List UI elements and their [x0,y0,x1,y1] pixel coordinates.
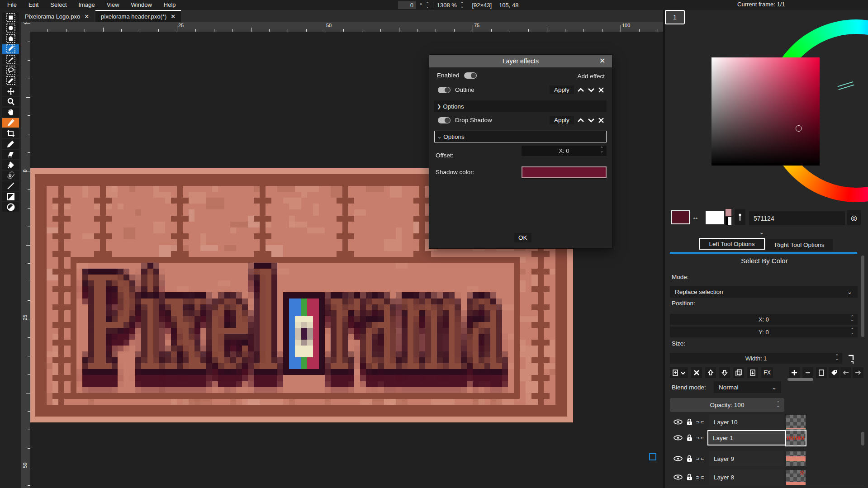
prev-frame-button[interactable] [840,367,851,378]
zoom-level[interactable]: 1308 % [437,2,457,9]
menu-item-window[interactable]: Window [126,0,157,10]
drop-shadow-move-up-icon[interactable] [577,118,584,123]
recent-color-swatch[interactable] [726,209,731,216]
tool-ellipse[interactable] [2,202,19,212]
tool-color-picker[interactable] [2,118,19,128]
menu-item-file[interactable]: File [2,0,22,10]
move-layer-up-button[interactable] [705,367,716,378]
tool-rectangle[interactable] [2,192,19,201]
right-color-swatch[interactable] [706,211,724,224]
position-y-spinbox[interactable]: Y: 0⌃⌄ [670,327,858,337]
tool-line[interactable] [2,181,19,191]
drop-shadow-delete-icon[interactable] [598,118,604,123]
menu-item-select[interactable]: Select [45,0,72,10]
link-dimensions-icon[interactable] [845,353,857,365]
layer-thumbnail[interactable] [786,431,806,445]
blend-mode-dropdown[interactable]: Normal ⌄ [714,381,781,393]
tool-lasso[interactable] [2,66,19,75]
tool-zoom[interactable] [2,97,19,106]
tool-select-by-color[interactable] [2,44,19,54]
tool-pencil[interactable] [2,139,19,149]
visibility-eye-icon[interactable] [673,435,683,441]
size-width-spinbox[interactable]: Width: 1⌃⌄ [670,353,842,364]
add-frame-button[interactable] [789,367,800,378]
tab-left-tool-options[interactable]: Left Tool Options [699,238,765,250]
color-mode-button[interactable]: ◎ [847,210,861,225]
layer-name-button[interactable]: Layer 10 [709,414,784,430]
outline-apply-button[interactable]: Apply [550,85,574,94]
tool-polygon-select[interactable] [2,34,19,43]
menu-item-image[interactable]: Image [73,0,100,10]
layer-name-button[interactable]: Layer 1 [707,430,786,445]
document-tab-0[interactable]: Pixelorama Logo.pxo✕ [19,10,95,22]
outline-toggle[interactable] [438,87,451,93]
outline-move-down-icon[interactable] [588,87,595,93]
tool-crop[interactable] [2,128,19,138]
merge-down-button[interactable] [747,367,758,378]
outline-options-expander[interactable]: ❯Options [434,100,607,112]
outline-move-up-icon[interactable] [577,87,584,93]
zoom-stepper[interactable]: ⌃⌄ [460,2,464,8]
panel-scrollbar[interactable] [861,256,864,337]
tool-shading[interactable] [2,171,19,180]
add-effect-button[interactable]: Add effect [577,73,605,80]
opacity-slider[interactable]: Opacity: 100 ⌃⌄ [670,398,784,412]
layer-row-layer-9[interactable]: ⊃⊂Layer 9 [669,451,859,466]
dialog-titlebar[interactable]: Layer effects [429,55,612,67]
tool-ellipse-select[interactable] [2,23,19,33]
layer-thumbnail[interactable] [786,470,806,485]
rotation-stepper[interactable]: ⌃⌄ [426,2,429,8]
link-cel-icon[interactable]: ⊃⊂ [696,456,705,461]
lock-icon[interactable] [686,455,693,463]
visibility-eye-icon[interactable] [673,419,683,425]
delete-layer-button[interactable] [691,367,702,378]
layer-thumbnail[interactable] [786,415,806,430]
color-cursor[interactable] [796,125,802,132]
tool-selection-pencil[interactable] [2,76,19,85]
drop-shadow-apply-button[interactable]: Apply [550,116,574,124]
layers-scrollbar[interactable] [861,432,864,445]
layer-name-button[interactable]: Layer 9 [709,451,784,466]
collapse-picker-chevron-icon[interactable]: ⌄ [759,228,764,236]
link-cel-icon[interactable]: ⊃⊂ [696,475,705,480]
rotation-input[interactable]: 0 [398,1,416,9]
frames-scrollbar[interactable] [787,378,813,381]
dialog-close-icon[interactable]: ✕ [599,57,605,65]
lock-icon[interactable] [686,474,693,481]
next-frame-button[interactable] [853,367,863,378]
tab-close-icon[interactable]: ✕ [84,13,89,20]
ok-button[interactable]: OK [514,233,531,242]
new-layer-button[interactable] [670,367,688,378]
shadow-color-swatch[interactable] [522,166,607,178]
tag-frame-button[interactable] [829,367,840,378]
visibility-eye-icon[interactable] [673,455,683,462]
move-layer-down-button[interactable] [719,367,730,378]
layer-row-layer-1[interactable]: ⊃⊂Layer 1 [669,430,859,445]
eyedropper-button[interactable] [735,209,745,225]
position-x-spinbox[interactable]: X: 0⌃⌄ [670,314,858,325]
tool-bucket[interactable] [2,160,19,170]
tool-pan[interactable] [2,108,19,117]
drop-shadow-options-expander[interactable]: ⌄Options [434,131,607,142]
link-cel-icon[interactable]: ⊃⊂ [696,436,705,441]
tab-right-tool-options[interactable]: Right Tool Options [766,239,833,251]
layer-thumbnail[interactable] [786,451,806,466]
clone-frame-button[interactable] [816,367,827,378]
fx-button[interactable]: FX [761,367,773,378]
menu-item-edit[interactable]: Edit [23,0,44,10]
outline-delete-icon[interactable] [598,87,604,93]
layer-name-button[interactable]: Layer 8 [709,469,784,485]
default-colors-swatch[interactable] [726,217,731,225]
remove-frame-button[interactable] [802,367,813,378]
shadow-offset-x-spinbox[interactable]: X: 0⌃⌄ [522,146,607,156]
swap-colors-icon[interactable]: ↔ [692,213,699,221]
tool-magic-wand[interactable] [2,55,19,64]
layer-row-layer-8[interactable]: ⊃⊂Layer 8 [669,469,859,485]
saturation-value-square[interactable] [711,57,820,166]
tool-move[interactable] [2,86,19,96]
left-color-swatch[interactable] [671,210,690,224]
hex-color-input[interactable]: 571124 [749,211,845,225]
link-cel-icon[interactable]: ⊃⊂ [696,420,705,425]
drop-shadow-move-down-icon[interactable] [588,118,595,123]
mode-dropdown[interactable]: Replace selection ⌄ [670,286,858,298]
